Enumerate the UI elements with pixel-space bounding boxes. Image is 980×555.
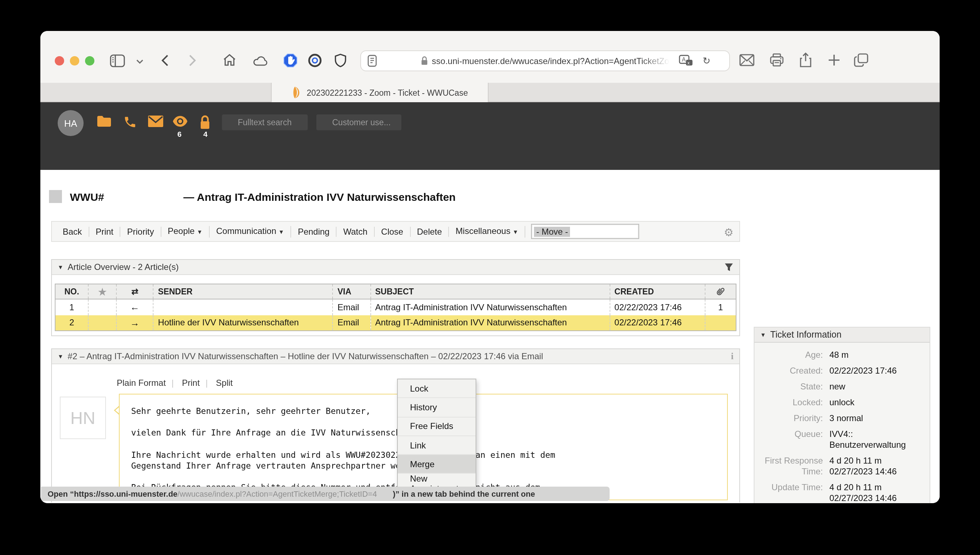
action-miscellaneous[interactable]: Miscellaneous▼ [449, 226, 526, 237]
home-icon[interactable] [223, 53, 237, 67]
via-cell: Email [333, 299, 371, 315]
tab-overview-icon[interactable] [854, 53, 868, 67]
minimize-window-button[interactable] [70, 56, 79, 66]
phone-icon[interactable] [123, 115, 137, 129]
email-body-text: Sehr geehrte Benutzerin, sehr geehrter B… [131, 406, 555, 494]
menu-item-free-fields[interactable]: Free Fields [398, 417, 476, 436]
close-window-button[interactable] [55, 56, 64, 66]
action-print[interactable]: Print [89, 226, 120, 236]
collapse-triangle-icon: ▼ [58, 353, 63, 359]
eye-badge: 6 [172, 130, 187, 138]
action-communication[interactable]: Communication▼ [210, 226, 291, 237]
url-text: sso.uni-muenster.de/wwucase/index.pl?Act… [432, 56, 669, 66]
zoom-window-button[interactable] [85, 56, 94, 66]
user-avatar[interactable]: HA [58, 110, 84, 136]
new-tab-icon[interactable] [828, 54, 840, 66]
action-watch[interactable]: Watch [337, 226, 375, 236]
subject-cell: Antrag IT-Administration IVV Naturwissen… [370, 315, 610, 331]
action-back[interactable]: Back [56, 226, 89, 236]
sidebar-toggle-icon[interactable] [109, 54, 126, 68]
info-row: Age:48 m [755, 350, 924, 361]
star-icon: ★ [98, 286, 107, 297]
paperclip-icon [714, 284, 727, 298]
info-icon[interactable]: i [731, 351, 734, 362]
info-row: First Response Time:4 d 20 h 11 m 02/27/… [755, 456, 924, 477]
action-pending[interactable]: Pending [291, 226, 337, 236]
outgoing-arrow-icon: → [130, 318, 140, 328]
shield-icon[interactable] [334, 53, 347, 68]
move-queue-select[interactable]: - Move - [531, 224, 639, 239]
col-via: VIA [333, 284, 371, 299]
email-icon[interactable] [148, 115, 164, 127]
plain-format-link[interactable]: Plain Format [117, 378, 172, 388]
print-link[interactable]: Print [176, 378, 205, 388]
article-detail-title: #2 – Antrag IT-Administration IVV Naturw… [68, 351, 543, 361]
status-bar: Open “https://sso.uni-muenster.de/wwucas… [41, 487, 610, 501]
swap-arrows-icon: ⇄ [132, 287, 138, 296]
article-detail-header[interactable]: ▼ #2 – Antrag IT-Administration IVV Natu… [52, 349, 739, 364]
customer-search-input[interactable] [316, 114, 401, 130]
sender-cell [153, 299, 333, 315]
svg-text:x: x [687, 61, 690, 66]
col-sender: SENDER [153, 284, 333, 299]
article-detail-widget: ▼ #2 – Antrag IT-Administration IVV Natu… [51, 348, 740, 502]
print-icon[interactable] [769, 53, 784, 67]
col-direction: ⇄ [116, 284, 153, 299]
locked-tickets-lock-icon[interactable] [199, 115, 211, 130]
action-close[interactable]: Close [375, 226, 410, 236]
screen: sso.uni-muenster.de/wwucase/index.pl?Act… [0, 0, 980, 555]
split-link[interactable]: Split [210, 378, 238, 388]
adblock-hand-icon[interactable] [283, 53, 298, 68]
share-icon[interactable] [799, 53, 812, 68]
folder-icon[interactable] [97, 115, 112, 127]
status-url-path: /wwucase/index.pl?Action=AgentTicketMerg… [178, 489, 377, 498]
miscellaneous-dropdown-menu: Lock History Free Fields Link Merge New … [397, 379, 476, 494]
back-button[interactable] [161, 55, 169, 66]
status-suffix: )” in a new tab behind the current one [393, 489, 535, 498]
ticket-action-toolbar: Back Print Priority People▼ Communicatio… [51, 221, 740, 242]
action-delete[interactable]: Delete [410, 226, 449, 236]
collapse-triangle-icon: ▼ [760, 332, 766, 338]
url-display: sso.uni-muenster.de/wwucase/index.pl?Act… [361, 51, 729, 71]
col-attachment [705, 284, 736, 299]
menu-item-merge[interactable]: Merge [398, 455, 476, 474]
info-row: Locked:unlock [755, 397, 924, 408]
cloud-icon[interactable] [253, 55, 269, 66]
gear-icon[interactable]: ⚙ [724, 226, 734, 239]
article-overview-header[interactable]: ▼ Article Overview - 2 Article(s) [52, 260, 739, 275]
ticket-information-header[interactable]: ▼ Ticket Information [755, 327, 930, 343]
created-cell: 02/22/2023 17:46 [610, 299, 705, 315]
menu-item-history[interactable]: History [398, 398, 476, 417]
redacted-square [49, 190, 62, 203]
translate-icon[interactable]: A x [679, 55, 693, 68]
watched-tickets-eye-icon[interactable] [172, 115, 188, 127]
sender-cell: Hotline der IVV Naturwissenschaften [153, 315, 333, 331]
page-content: WWU# — Antrag IT-Administration IVV Natu… [40, 170, 940, 502]
reload-icon[interactable]: ↻ [703, 55, 711, 66]
tab-title: 202302221233 - Zoom - Ticket - WWUCase [307, 88, 468, 97]
fulltext-search-input[interactable] [222, 114, 308, 130]
action-priority[interactable]: Priority [121, 226, 161, 236]
menu-item-link[interactable]: Link [398, 436, 476, 455]
chevron-down-icon[interactable] [136, 59, 143, 64]
active-tab[interactable]: 202302221233 - Zoom - Ticket - WWUCase [271, 83, 489, 102]
forward-button[interactable] [189, 55, 196, 66]
article-row-2-selected[interactable]: 2 → Hotline der IVV Naturwissenschaften … [55, 315, 736, 331]
filter-icon[interactable] [724, 262, 734, 272]
article-row-1[interactable]: 1 ← Email Antrag IT-Administration IVV N… [55, 299, 736, 315]
action-people[interactable]: People▼ [161, 226, 210, 237]
sender-avatar: HN [60, 397, 106, 439]
col-star: ★ [88, 284, 116, 299]
info-row: Created:02/22/2023 17:46 [755, 366, 924, 377]
page-title: WWU# — Antrag IT-Administration IVV Natu… [49, 190, 456, 203]
collapse-triangle-icon: ▼ [58, 264, 63, 270]
extension-ring-icon[interactable] [308, 53, 322, 68]
attachment-cell: 1 [705, 299, 736, 315]
lock-icon [421, 56, 428, 66]
info-row: Update Time:4 d 20 h 11 m 02/27/2023 14:… [755, 482, 924, 503]
menu-item-lock[interactable]: Lock [398, 379, 476, 398]
address-bar[interactable]: sso.uni-muenster.de/wwucase/index.pl?Act… [360, 50, 730, 71]
col-no: NO. [55, 284, 88, 299]
incoming-arrow-icon: ← [130, 302, 140, 313]
mail-icon[interactable] [739, 54, 755, 66]
